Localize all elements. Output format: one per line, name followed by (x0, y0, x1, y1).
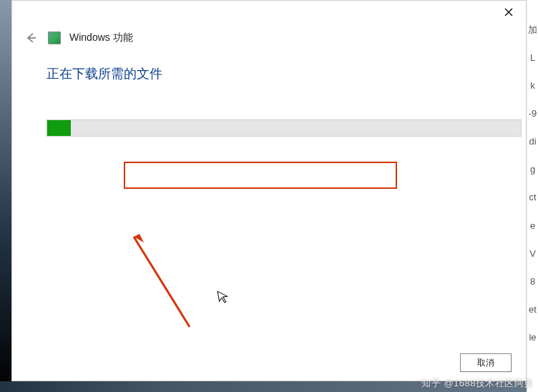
close-button[interactable] (497, 2, 520, 22)
mouse-cursor-icon (217, 289, 231, 308)
back-button[interactable] (22, 29, 39, 46)
progress-bar (47, 119, 522, 137)
dialog-title: Windows 功能 (69, 31, 133, 44)
svg-line-3 (134, 237, 190, 327)
back-arrow-icon (24, 31, 37, 44)
windows-features-icon (48, 31, 61, 44)
close-icon (504, 8, 513, 16)
cancel-button[interactable]: 取消 (460, 353, 512, 372)
desktop-backdrop-left (0, 0, 11, 392)
header-row: Windows 功能 (22, 29, 133, 46)
windows-features-dialog: Windows 功能 正在下载所需的文件 取消 (11, 0, 527, 381)
annotation-arrow (127, 194, 198, 330)
titlebar (491, 1, 526, 24)
button-bar: 取消 (460, 353, 512, 372)
background-text-fragments: 加 L k -9 di g ct e V 8 et le (527, 0, 538, 392)
progress-fill (47, 120, 71, 136)
svg-marker-4 (134, 234, 144, 242)
annotation-box (124, 162, 397, 189)
watermark: 知乎 @1688技术社区阿勇 (421, 377, 534, 390)
status-text: 正在下载所需的文件 (47, 65, 162, 82)
